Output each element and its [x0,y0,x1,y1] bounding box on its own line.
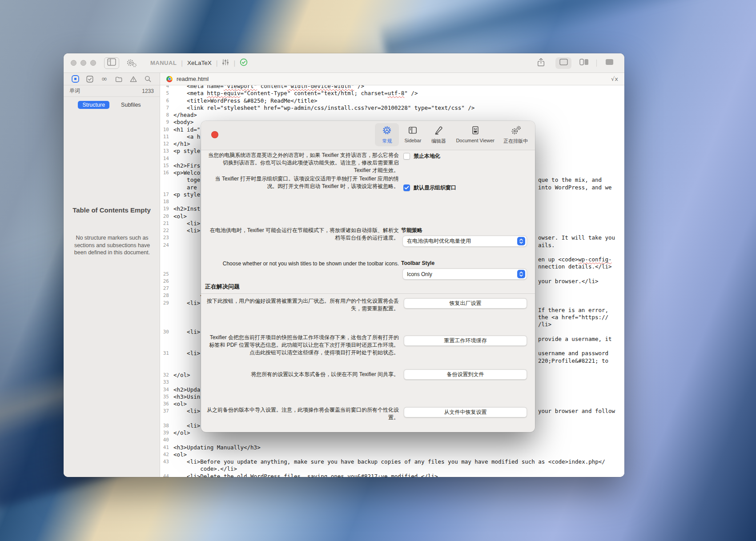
tab-structure[interactable]: Structure [78,101,109,109]
code-text: <h3>Usin [173,393,200,401]
settings-dialog-header: 常规Sidebar编辑器Document Viewer正在排版中 [201,121,535,150]
reset-workspace-cache-button[interactable]: 重置工作环境缓存 [404,336,527,346]
energy-description: 在电池供电时，Texifier 可能会运行在节能模式下，将放缓诸如自动排版、解析… [205,227,399,242]
document-icon [470,125,480,137]
editor-tab-filename[interactable]: readme.html [177,76,209,82]
sidebar-toggle-button[interactable] [104,57,119,69]
toc-empty-message: No structure markers such as sections an… [68,234,156,256]
typesetting-settings-gears-icon[interactable] [125,58,137,68]
engine-selector[interactable]: XeLaTeX [187,60,212,66]
settings-tab-编辑器[interactable]: 编辑器 [426,123,450,146]
todo-checkbox-icon[interactable] [85,74,95,84]
energy-policy-label: 节能策略 [401,227,422,234]
organizer-control: 默认显示组织窗口 [403,184,456,192]
toolbar-style-value: Icons Only [407,271,517,277]
energy-policy-select[interactable]: 在电池供电时优化电量使用 [402,236,527,247]
typeset-options-sliders-icon[interactable] [222,59,229,68]
line-number: 35 [160,393,169,401]
status-ok-check-icon[interactable] [240,58,248,68]
code-text: </ol> [173,429,190,437]
code-text: <h3>Updating Manually</h3> [173,444,261,451]
window-titlebar: MANUAL | XeLaTeX | | [64,53,624,73]
close-window-button[interactable] [71,60,76,66]
settings-dialog: 常规Sidebar编辑器Document Viewer正在排版中 当您的电脑系统… [201,121,535,432]
titlebar-separator: | [181,60,183,67]
line-number: 44 [160,473,169,477]
code-text: <li> [173,408,200,415]
line-number: 12 [160,140,169,148]
line-number: 40 [160,437,169,444]
code-row: 8</head> [160,112,624,119]
toolbar-style-select[interactable]: Icons Only [402,268,527,280]
backup-settings-description: 将您所有的设置以文本形式备份，以便在不同 Texifier 间共享。 [205,371,399,378]
show-organizer-checkbox[interactable] [403,184,410,191]
word-count-value: 1233 [142,88,154,94]
code-text: code>.</li> [173,465,237,473]
line-number: 38 [160,422,169,429]
line-number: 42 [160,451,169,458]
code-text: <li>Delete the old WordPress files, savi… [173,473,438,477]
line-number: 43 [160,458,169,465]
toc-empty-state: Table of Contents Empty No structure mar… [64,206,160,256]
infinity-icon[interactable]: ∞ [100,74,109,84]
code-text: <li>Before you update anything, make sur… [173,458,605,465]
dialog-close-button[interactable] [211,131,218,138]
settings-tab-Document Viewer[interactable]: Document Viewer [452,123,498,145]
titlebar-right-tools [537,57,617,69]
toolbar-style-label: Toolbar Style [401,260,434,266]
tab-subfiles[interactable]: Subfiles [117,101,145,109]
warnings-icon[interactable] [129,74,138,84]
code-text-right: If there is an error, [538,307,608,314]
settings-tab-Sidebar[interactable]: Sidebar [401,123,425,145]
disable-localization-checkbox[interactable] [403,153,410,160]
layout-single-pane-button[interactable] [555,57,571,69]
zoom-window-button[interactable] [90,60,96,66]
settings-tab-正在排版中[interactable]: 正在排版中 [500,123,531,146]
structure-view-icon[interactable] [70,74,80,84]
code-row: 7 <link rel="stylesheet" href="wp-admin/… [160,104,624,112]
code-text: <title>WordPress &#8250; ReadMe</title> [173,97,318,104]
word-count-row: 单词 1233 [64,85,160,97]
select-stepper-icon [517,270,525,278]
line-number: 24 [160,242,169,249]
layout-full-pane-button[interactable] [601,57,617,69]
split-pane-icon [579,59,589,67]
line-number: 9 [160,119,169,126]
code-text: <a h [173,133,200,140]
factory-reset-button[interactable]: 恢复出厂设置 [404,298,527,309]
code-text: <meta http-equiv="Content-Type" content=… [173,90,418,97]
code-text: <body> [173,119,193,126]
line-number: 16 [160,169,169,176]
code-text: <link rel="stylesheet" href="wp-admin/cs… [173,104,475,112]
share-icon[interactable] [537,58,545,68]
line-number: 23 [160,234,169,241]
typesetting-gears-icon [511,125,521,137]
settings-tab-常规[interactable]: 常规 [375,123,399,146]
line-number: 17 [160,191,169,198]
line-number: 8 [160,112,169,119]
settings-tab-label: 编辑器 [431,138,446,144]
minimize-window-button[interactable] [80,60,86,66]
layout-split-pane-button[interactable] [576,57,592,69]
code-text-right: username and password [538,350,608,357]
search-icon[interactable] [143,74,153,84]
code-text: <ol> [173,451,187,458]
code-row: 42<ol> [160,451,624,458]
toolbar-style-description: Choose whether or not you wish titles to… [205,260,399,268]
troubleshooting-section-header: 正在解决问题 [205,283,240,291]
code-text: <li> [173,422,200,429]
line-number: 33 [160,379,169,386]
restore-settings-button[interactable]: 从文件中恢复设置 [404,407,527,417]
backup-settings-button[interactable]: 备份设置到文件 [404,369,527,380]
word-count-label: 单词 [69,87,80,95]
spellcheck-underline: wp-config- [578,256,611,263]
line-number: 25 [160,271,169,278]
code-text: <li> [173,329,200,336]
math-mode-icon[interactable]: √x [611,76,618,82]
code-text: <h2>Firs [173,162,200,169]
line-number: 11 [160,133,169,140]
line-number: 5 [160,90,169,97]
files-folder-icon[interactable] [114,74,124,84]
organizer-description: 当 Texifier 打开时显示组织窗口。该项设定仅适用于单独打开 Texifi… [205,175,399,190]
code-text-right: en up <code>wp-config- [538,256,612,263]
